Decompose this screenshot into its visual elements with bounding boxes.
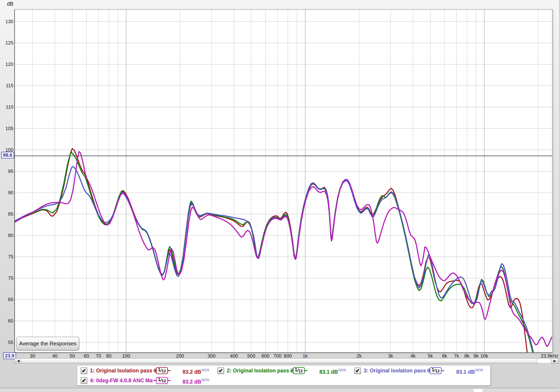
spl-value: 83.1 dB <box>319 369 338 375</box>
y-tick-label: 115 <box>0 82 13 89</box>
legend-label-3[interactable]: 3: Original Isolation pass 3 <box>364 367 430 374</box>
legend-value-2: 83.1 dBNEW <box>319 367 346 375</box>
x-tick-label: 7k <box>454 353 459 359</box>
y-axis-unit-label: dB <box>7 1 13 7</box>
spl-value: 83.1 dB <box>456 369 475 375</box>
new-badge: NEW <box>202 378 209 382</box>
line-style-dash-icon <box>427 370 430 371</box>
x-tick-label: 50 <box>70 353 75 359</box>
x-tick-label: 6k <box>442 353 447 359</box>
smoothing-denominator: 12 <box>435 369 440 373</box>
x-tick-label: 700 <box>273 353 281 359</box>
smoothing-badge-4[interactable]: 1⁄12 <box>153 377 170 384</box>
scrollbar-left-arrow-button[interactable]: ◀ <box>15 358 22 363</box>
x-tick-label: 800 <box>284 353 292 359</box>
new-badge: NEW <box>202 368 209 372</box>
average-responses-button[interactable]: Average the Responses <box>16 337 79 350</box>
cursor-level-box[interactable]: 98.6 <box>1 152 14 159</box>
y-tick-label: 85 <box>0 211 13 217</box>
y-tick-label: 65 <box>0 296 13 303</box>
legend-checkbox-1[interactable]: ✔ <box>81 367 87 374</box>
y-tick-label: 70 <box>0 275 13 281</box>
x-tick-label: 60 <box>84 353 89 359</box>
smoothing-numerator: 1 <box>158 377 160 382</box>
measurement-legend: ✔ 1: Original Isolation pass 1 1⁄12 83.2… <box>77 365 491 386</box>
y-tick-label: 55 <box>0 339 13 346</box>
curve-1 <box>15 149 528 352</box>
line-style-dash-icon <box>305 370 307 371</box>
legend-checkbox-4[interactable]: ✔ <box>81 377 87 384</box>
x-tick-label: 2k <box>356 353 362 359</box>
smoothing-badge-3[interactable]: 1⁄12 <box>427 367 444 374</box>
x-tick-label: 70 <box>96 353 101 359</box>
line-style-dash-icon <box>290 370 293 371</box>
smoothing-badge-2[interactable]: 1⁄12 <box>290 367 307 374</box>
legend-value-3: 83.1 dBNEW <box>456 367 483 375</box>
smoothing-numerator: 1 <box>432 367 434 372</box>
scrollbar-thumb[interactable] <box>22 358 537 363</box>
legend-label-2[interactable]: 2: Original Isolation pass 2 <box>227 367 293 374</box>
smoothing-denominator: 12 <box>162 379 166 383</box>
spl-value: 83.2 dB <box>183 369 201 375</box>
y-tick-label: 90 <box>0 189 13 196</box>
y-tick-label: 110 <box>0 104 13 110</box>
x-tick-label: 10k <box>480 353 488 359</box>
x-tick-label: 100 <box>122 353 130 359</box>
x-tick-label: 3k <box>388 353 393 359</box>
smoothing-numerator: 1 <box>295 367 297 372</box>
x-tick-label: 9k <box>474 353 479 359</box>
legend-entry-4: ✔ 4: 0deg-FW 4.0.8 ANC Ma 1⁄12 83.2 dBNE… <box>81 377 216 384</box>
fraction-slash-icon: ⁄ <box>298 368 298 373</box>
y-tick-label: 125 <box>0 40 13 46</box>
legend-checkbox-2[interactable]: ✔ <box>217 367 224 374</box>
legend-label-1[interactable]: 1: Original Isolation pass 1 <box>90 367 157 374</box>
x-tick-label: 40 <box>52 353 58 359</box>
fraction-slash-icon: ⁄ <box>434 368 435 373</box>
right-arrow-icon: ▶ <box>554 359 556 363</box>
line-style-dash-icon <box>153 380 156 381</box>
x-tick-label: 600 <box>261 353 270 359</box>
smoothing-denominator: 12 <box>298 369 303 373</box>
line-style-dash-icon <box>441 370 444 371</box>
legend-entry-2: ✔ 2: Original Isolation pass 2 1⁄12 83.1… <box>217 367 353 374</box>
smoothing-denominator: 12 <box>162 369 166 373</box>
rew-spl-window: { "app": { "y_unit": "dB", "average_butt… <box>0 0 559 392</box>
fraction-slash-icon: ⁄ <box>161 378 161 383</box>
x-tick-label: 200 <box>176 353 184 359</box>
y-tick-label: 130 <box>0 18 13 25</box>
chart-plot-area[interactable] <box>14 9 553 353</box>
smoothing-numerator: 1 <box>158 367 160 372</box>
legend-label-4[interactable]: 4: 0deg-FW 4.0.8 ANC Ma <box>90 377 153 384</box>
spl-value: 83.2 dB <box>183 379 201 385</box>
new-badge: NEW <box>338 368 346 372</box>
bottom-panel-notch <box>473 389 482 392</box>
x-tick-label: 500 <box>247 353 255 359</box>
y-tick-label: 60 <box>0 318 13 324</box>
new-badge: NEW <box>475 368 483 372</box>
legend-checkbox-3[interactable]: ✔ <box>354 367 361 374</box>
line-style-dash-icon <box>168 380 170 381</box>
x-tick-label: 300 <box>208 353 216 359</box>
y-tick-label: 75 <box>0 254 13 260</box>
line-style-dash-icon <box>153 370 156 371</box>
left-arrow-icon: ◀ <box>17 359 20 363</box>
curve-4 <box>15 151 552 347</box>
x-tick-label: 80 <box>106 353 112 359</box>
legend-value-4: 83.2 dBNEW <box>183 377 209 385</box>
x-tick-label: 1k <box>303 353 308 359</box>
x-axis-min-box[interactable]: 23.9 <box>3 352 16 359</box>
x-tick-label: 5k <box>428 353 433 359</box>
smoothing-badge-1[interactable]: 1⁄12 <box>153 367 170 374</box>
curve-3 <box>15 167 534 352</box>
line-style-dash-icon <box>168 370 170 371</box>
x-tick-label: 8k <box>464 353 469 359</box>
scrollbar-right-arrow-button[interactable]: ▶ <box>551 358 559 363</box>
spl-chart-svg[interactable] <box>15 10 552 352</box>
horizontal-scrollbar[interactable]: ◀ ▶ <box>14 358 559 364</box>
curve-2 <box>15 152 533 352</box>
legend-entry-1: ✔ 1: Original Isolation pass 1 1⁄12 83.2… <box>81 367 216 374</box>
y-tick-label: 120 <box>0 61 13 67</box>
y-tick-label: 80 <box>0 232 13 239</box>
x-axis-max-label: 23.9kHz <box>541 353 559 359</box>
legend-value-1: 83.2 dBNEW <box>183 367 209 375</box>
